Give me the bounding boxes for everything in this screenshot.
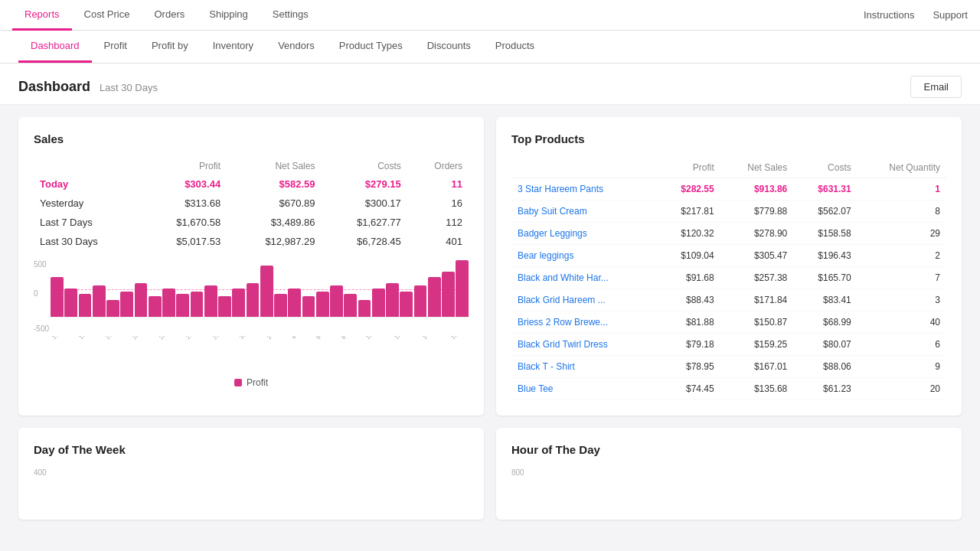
product-costs: $83.41 [793,289,857,311]
nav-support[interactable]: Support [933,9,968,21]
orders-cell: 11 [407,174,469,194]
product-netsales: $167.01 [720,356,794,378]
chart-bar [302,296,315,317]
orders-cell: 16 [407,194,469,213]
profit-cell: $5,017.53 [141,232,227,251]
nav-reports[interactable]: Reports [12,0,72,31]
nav-settings[interactable]: Settings [260,0,321,31]
prod-col-netsales: Net Sales [720,158,794,178]
product-costs: $68.99 [793,311,857,334]
product-row: Blue Tee $74.45 $135.68 $61.23 20 [511,378,946,400]
product-profit: $81.88 [656,311,720,334]
prod-col-qty: Net Quantity [858,158,946,178]
product-row: Black and White Har... $91.68 $257.38 $1… [511,267,946,289]
product-name[interactable]: Baby Suit Cream [511,201,656,223]
chart-bar [400,292,413,317]
orders-cell: 401 [407,232,469,251]
nav-cost-price[interactable]: Cost Price [72,0,142,31]
subnav-inventory[interactable]: Inventory [201,31,266,63]
hour-y-label: 800 [511,468,946,477]
product-qty: 40 [858,311,946,334]
product-profit: $120.32 [656,223,720,245]
day-y-label: 400 [34,468,469,477]
email-button[interactable]: Email [910,76,962,98]
product-name[interactable]: Blue Tee [511,378,656,400]
profit-cell: $313.68 [141,194,227,213]
chart-bar [316,292,329,317]
product-name[interactable]: Bear leggings [511,245,656,267]
page-header: Dashboard Last 30 Days Email [0,64,980,105]
legend-label: Profit [247,377,268,388]
product-name[interactable]: Black T - Shirt [511,356,656,378]
costs-cell: $6,728.45 [321,232,407,251]
product-row: Baby Suit Cream $217.81 $779.88 $562.07 … [511,201,946,223]
product-netsales: $278.90 [720,223,794,245]
netsales-cell: $582.59 [227,174,321,194]
prod-col-name [511,158,656,178]
product-netsales: $779.88 [720,201,794,223]
product-row: Bear leggings $109.04 $305.47 $196.43 2 [511,245,946,267]
content-area: Sales Profit Net Sales Costs Orders Toda… [0,105,980,532]
prod-col-costs: Costs [793,158,857,178]
nav-orders[interactable]: Orders [142,0,198,31]
product-profit: $217.81 [656,201,720,223]
product-costs: $165.70 [793,267,857,289]
col-orders: Orders [407,158,469,174]
top-nav-left: Reports Cost Price Orders Shipping Setti… [12,0,321,31]
subnav-profit[interactable]: Profit [92,31,139,63]
product-qty: 2 [858,245,946,267]
product-qty: 9 [858,356,946,378]
product-costs: $88.06 [793,356,857,378]
chart-bar [247,283,260,317]
prod-col-profit: Profit [656,158,720,178]
nav-shipping[interactable]: Shipping [197,0,260,31]
subnav-products[interactable]: Products [483,31,547,63]
chart-legend: Profit [34,377,469,388]
product-name[interactable]: Black and White Har... [511,267,656,289]
hour-of-day-card: Hour of The Day 800 [496,428,962,520]
product-profit: $282.55 [656,178,720,201]
subnav-product-types[interactable]: Product Types [327,31,415,63]
chart-bar [358,300,371,317]
chart-bar [442,272,455,317]
subnav-vendors[interactable]: Vendors [266,31,327,63]
product-costs: $196.43 [793,245,857,267]
product-costs: $631.31 [793,178,857,201]
product-name[interactable]: 3 Star Hareem Pants [511,178,656,201]
costs-cell: $300.17 [321,194,407,213]
subnav-dashboard[interactable]: Dashboard [18,31,92,63]
stats-row: Last 30 Days $5,017.53 $12,987.29 $6,728… [34,232,469,251]
chart-bar [344,294,357,317]
product-qty: 29 [858,223,946,245]
product-netsales: $135.68 [720,378,794,400]
chart-bar [260,266,273,317]
top-products-title: Top Products [511,132,946,145]
page-subtitle: Last 30 Days [100,82,158,93]
profit-cell: $303.44 [141,174,227,194]
chart-bar [135,283,148,317]
product-name[interactable]: Black Grid Twirl Dress [511,334,656,356]
product-name[interactable]: Badger Leggings [511,223,656,245]
bottom-row: Day of The Week 400 Hour of The Day 800 [18,428,962,520]
product-netsales: $159.25 [720,334,794,356]
col-costs: Costs [321,158,407,174]
product-row: Black Grid Hareem ... $88.43 $171.84 $83… [511,289,946,311]
product-name[interactable]: Briess 2 Row Brewe... [511,311,656,334]
sales-card-title: Sales [34,132,469,145]
chart-bar [120,292,133,317]
product-name[interactable]: Black Grid Hareem ... [511,289,656,311]
period-label: Today [34,174,141,194]
product-netsales: $913.86 [720,178,794,201]
top-products-card: Top Products Profit Net Sales Costs Net … [496,117,962,416]
nav-instructions[interactable]: Instructions [864,9,914,21]
day-of-week-card: Day of The Week 400 [18,428,484,520]
chart-bar [149,296,162,317]
subnav-profit-by[interactable]: Profit by [139,31,201,63]
product-profit: $78.95 [656,356,720,378]
netsales-cell: $3,489.86 [227,213,321,232]
period-label: Last 7 Days [34,213,141,232]
subnav-discounts[interactable]: Discounts [415,31,483,63]
product-netsales: $150.87 [720,311,794,334]
stats-row: Today $303.44 $582.59 $279.15 11 [34,174,469,194]
chart-bar [106,300,119,317]
